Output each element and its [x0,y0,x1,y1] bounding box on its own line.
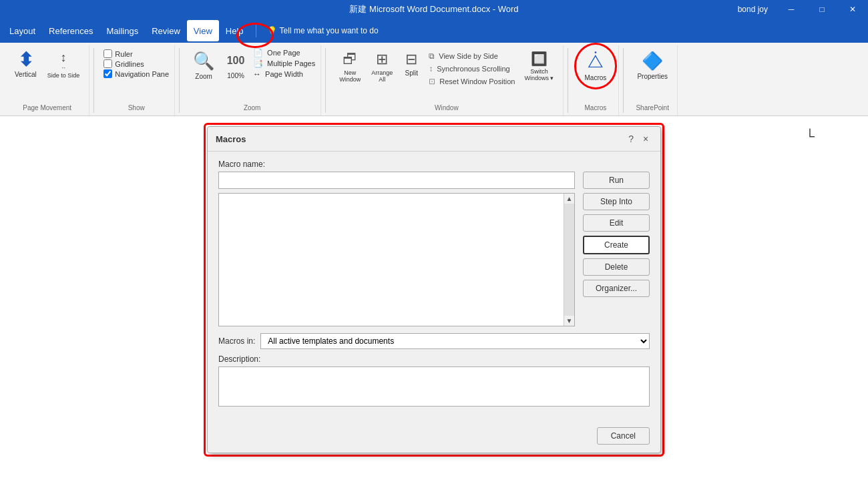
lightbulb-icon: 💡 [267,26,277,35]
switch-windows-icon: 🔲 [531,51,548,67]
macro-list-container[interactable]: ▲ ▼ [218,193,575,326]
menu-mailings[interactable]: Mailings [100,20,146,41]
show-label: Show [128,101,145,113]
dialog-help-button[interactable]: ? [628,134,634,144]
menu-view[interactable]: View [187,20,219,41]
edit-button[interactable]: Edit [583,214,650,232]
create-button[interactable]: Create [583,236,650,254]
ruler-checkbox[interactable] [103,49,112,58]
dialog-title-controls: ? × [628,132,652,146]
dialog-close-button[interactable]: × [639,132,652,146]
document-area: └ Macros ? × Macro name: [0,116,868,502]
macros-in-row: Macros in: All active templates and docu… [218,333,650,349]
run-button[interactable]: Run [583,172,650,189]
ribbon-group-sharepoint: 🔷 Properties SharePoint [628,45,678,115]
step-into-button[interactable]: Step Into [583,193,650,210]
zoom-100-button[interactable]: 100 100% [221,48,250,82]
maximize-button[interactable]: □ [807,0,837,19]
dialog-footer: Cancel [208,422,660,453]
ruler-checkbox-row[interactable]: Ruler [103,49,169,58]
multiple-pages-button[interactable]: 📑 Multiple Pages [253,59,315,68]
description-textarea[interactable] [218,366,650,407]
split-icon: ⊟ [405,51,417,68]
menu-layout[interactable]: Layout [3,20,42,41]
scroll-up-arrow[interactable]: ▲ [564,194,575,204]
cancel-button[interactable]: Cancel [597,427,650,445]
divider-3 [325,48,326,113]
sharepoint-items: 🔷 Properties [633,48,672,101]
one-page-icon: 📄 [253,48,263,57]
dialog-right-panel: Run Step Into Edit Create Delete Organiz… [583,172,650,326]
macros-in-select[interactable]: All active templates and documents Norma… [260,333,650,349]
gridlines-checkbox[interactable] [103,59,112,68]
side-by-side-button[interactable]: ↕ ↔ Side to Side [43,48,84,81]
menu-references[interactable]: References [42,20,99,41]
window-label: Window [435,101,459,113]
dialog-red-border: Macros ? × Macro name: [204,123,664,457]
close-button[interactable]: ✕ [837,0,868,19]
multiple-pages-label: Multiple Pages [267,59,315,67]
zoom-icon: 🔍 [193,51,214,71]
divider-4 [568,48,568,113]
macro-name-label: Macro name: [218,160,650,169]
ribbon-group-zoom: 🔍 Zoom 100 100% 📄 One Page 📑 Multiple Pa… [184,45,321,115]
properties-label: Properties [637,73,668,80]
new-window-button[interactable]: 🗗 NewWindow [335,48,365,85]
macros-button[interactable]: ⧊ Macros [581,48,611,84]
ribbon: ⬍ Vertical ↕ ↔ Side to Side Page Movemen… [0,43,868,116]
menu-divider [256,24,256,37]
menu-review[interactable]: Review [145,20,187,41]
gridlines-label: Gridlines [115,60,144,68]
arrange-all-button[interactable]: ⊞ ArrangeAll [367,48,397,85]
split-button[interactable]: ⊟ Split [399,48,423,79]
dialog-title-bar: Macros ? × [208,127,660,152]
navigation-pane-checkbox[interactable] [103,69,112,78]
sync-scroll-label: Synchronous Scrolling [437,65,509,73]
macro-list-scrollbar[interactable]: ▲ ▼ [564,194,574,326]
synchronous-scrolling-button[interactable]: ↕ Synchronous Scrolling [426,63,517,74]
zoom-label: Zoom [244,101,261,113]
delete-button[interactable]: Delete [583,258,650,276]
zoom-100-icon: 100 [226,51,246,71]
properties-icon: 🔷 [642,51,663,71]
side-icon: ↕ ↔ [61,51,67,71]
macro-name-input[interactable] [218,172,575,189]
divider-2 [179,48,180,113]
new-window-label: NewWindow [339,69,361,83]
view-side-by-side-button[interactable]: ⧉ View Side by Side [426,51,517,61]
side-label: Side to Side [47,72,80,79]
properties-button[interactable]: 🔷 Properties [633,48,672,83]
page-width-label: Page Width [265,70,303,78]
reset-window-position-button[interactable]: ⊡ Reset Window Position [426,76,517,87]
macros-in-label: Macros in: [218,336,255,346]
tell-me-area[interactable]: 💡 Tell me what you want to do [267,26,379,35]
window-controls: bond joy ─ □ ✕ [730,0,868,19]
title-bar: 新建 Microsoft Word Document.docx - Word b… [0,0,868,19]
sync-scroll-icon: ↕ [429,64,433,73]
macros-items: ⧊ Macros [581,48,611,101]
page-width-button[interactable]: ↔ Page Width [253,69,315,79]
one-page-button[interactable]: 📄 One Page [253,48,315,57]
arrange-all-icon: ⊞ [376,51,388,68]
switch-windows-label: SwitchWindows ▾ [524,68,554,81]
one-page-label: One Page [267,49,300,57]
scroll-down-arrow[interactable]: ▼ [564,316,575,326]
zoom-button[interactable]: 🔍 Zoom [189,48,218,83]
navigation-pane-label: Navigation Pane [115,70,169,78]
content-area: └ Macros ? × Macro name: [0,116,868,502]
switch-windows-button[interactable]: 🔲 SwitchWindows ▾ [520,48,558,84]
zoom-label: Zoom [195,73,212,80]
divider-1 [93,48,94,113]
page-view-buttons: 📄 One Page 📑 Multiple Pages ↔ Page Width [253,48,315,79]
menu-help[interactable]: Help [219,20,250,41]
macros-group-label: Macros [585,101,607,113]
page-movement-label: Page Movement [23,101,71,113]
zoom-items: 🔍 Zoom 100 100% 📄 One Page 📑 Multiple Pa… [189,48,315,101]
gridlines-checkbox-row[interactable]: Gridlines [103,59,169,68]
show-items: Ruler Gridlines Navigation Pane [103,48,169,78]
organizer-button[interactable]: Organizer... [583,280,650,297]
macros-label: Macros [585,74,607,81]
vertical-button[interactable]: ⬍ Vertical [11,48,41,81]
minimize-button[interactable]: ─ [776,0,807,19]
navigation-pane-checkbox-row[interactable]: Navigation Pane [103,69,169,78]
